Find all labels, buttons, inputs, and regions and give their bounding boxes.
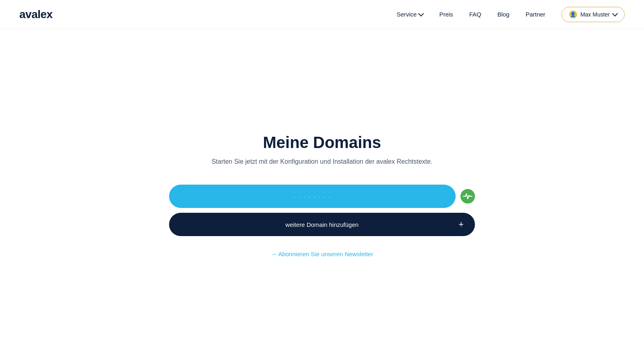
domain-row: · · · · · · · · [169,185,475,208]
user-name-label: Max Muster [580,11,610,18]
user-avatar-icon [569,10,577,19]
add-domain-button[interactable]: weitere Domain hinzufügen + [169,213,475,236]
header: avalex Service Preis FAQ Blog Partner Ma… [0,0,644,29]
nav-faq[interactable]: FAQ [469,11,481,18]
page-title: Meine Domains [263,134,381,152]
user-menu-button[interactable]: Max Muster [561,7,625,22]
nav-service[interactable]: Service [396,11,423,18]
logo[interactable]: avalex [19,8,53,21]
user-chevron-icon [612,11,618,16]
svg-point-0 [460,189,475,204]
page-subtitle: Starten Sie jetzt mit der Konfiguration … [212,158,433,165]
nav-blog[interactable]: Blog [497,11,510,18]
plus-icon: + [458,220,464,229]
domain-text: · · · · · · · · [294,193,331,200]
chevron-down-icon [418,11,424,16]
domains-container: · · · · · · · · weitere Domain hinzufüge… [169,185,475,236]
nav-partner[interactable]: Partner [526,11,545,18]
main-content: Meine Domains Starten Sie jetzt mit der … [0,29,644,362]
domain-item[interactable]: · · · · · · · · [169,185,456,208]
nav-preis[interactable]: Preis [439,11,453,18]
health-icon [460,189,475,204]
main-nav: Service Preis FAQ Blog Partner Max Muste… [396,7,625,22]
add-domain-label: weitere Domain hinzufügen [285,221,359,228]
newsletter-link[interactable]: → Abonnieren Sie unseren Newsletter [271,251,373,257]
